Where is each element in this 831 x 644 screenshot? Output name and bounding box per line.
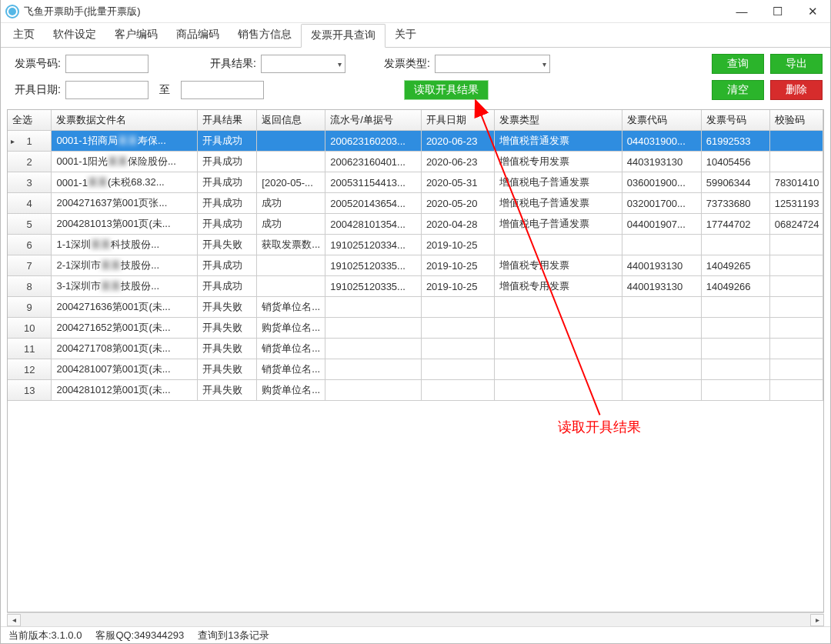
cell-return-msg[interactable] <box>257 255 325 276</box>
cell-code[interactable]: 4403193130 <box>622 152 702 172</box>
table-row[interactable]: 20001-1阳光某某保险股份...开具成功200623160401...202… <box>8 152 823 172</box>
cell-code[interactable]: 4400193130 <box>622 255 702 276</box>
cell-return-msg[interactable]: [2020-05-... <box>257 172 325 193</box>
cell-filename[interactable]: 2004271636第001页(未... <box>52 297 198 318</box>
cell-check[interactable] <box>770 131 823 152</box>
tab-settings[interactable]: 软件设定 <box>44 24 105 48</box>
cell-return-msg[interactable] <box>257 152 325 172</box>
cell-seq[interactable]: 200428101354... <box>325 214 422 235</box>
invoice-number-input[interactable] <box>65 55 149 73</box>
cell-date[interactable] <box>422 297 495 318</box>
cell-result[interactable]: 开具成功 <box>198 193 257 214</box>
tab-product[interactable]: 商品编码 <box>167 24 229 48</box>
col-code[interactable]: 发票代码 <box>622 110 702 131</box>
cell-result[interactable]: 开具成功 <box>198 255 257 276</box>
cell-date[interactable] <box>422 380 495 401</box>
cell-number[interactable]: 10405456 <box>702 152 770 172</box>
cell-type[interactable]: 增值税专用发票 <box>495 152 622 172</box>
cell-return-msg[interactable]: 成功 <box>257 193 325 214</box>
cell-return-msg[interactable]: 销货单位名... <box>257 359 325 380</box>
row-number[interactable]: 2 <box>8 152 52 172</box>
cell-number[interactable]: 59906344 <box>702 172 770 193</box>
cell-code[interactable]: 044001907... <box>622 214 702 235</box>
cell-code[interactable]: 032001700... <box>622 193 702 214</box>
cell-code[interactable]: 4400193130 <box>622 276 702 297</box>
cell-filename[interactable]: 2004281007第001页(未... <box>52 359 198 380</box>
col-check[interactable]: 校验码 <box>770 110 823 131</box>
row-number[interactable]: 12 <box>8 359 52 380</box>
table-row[interactable]: 61-1深圳某某科技股份...开具失败获取发票数...191025120334.… <box>8 235 823 255</box>
invoice-type-select[interactable]: ▾ <box>435 55 550 73</box>
cell-seq[interactable]: 200623160203... <box>325 131 422 152</box>
cell-type[interactable]: 增值税普通发票 <box>495 131 622 152</box>
cell-type[interactable]: 增值税专用发票 <box>495 276 622 297</box>
col-date[interactable]: 开具日期 <box>422 110 495 131</box>
cell-date[interactable] <box>422 318 495 339</box>
cell-number[interactable] <box>702 235 770 255</box>
cell-filename[interactable]: 2004271708第001页(未... <box>52 339 198 359</box>
table-row[interactable]: 72-1深圳市某某技股份...开具成功191025120335...2019-1… <box>8 255 823 276</box>
cell-filename[interactable]: 2004281012第001页(未... <box>52 380 198 401</box>
scroll-right-arrow[interactable]: ▸ <box>810 614 824 626</box>
cell-result[interactable]: 开具成功 <box>198 152 257 172</box>
row-number[interactable]: 4 <box>8 193 52 214</box>
cell-number[interactable]: 61992533 <box>702 131 770 152</box>
query-button[interactable]: 查询 <box>712 54 764 74</box>
cell-date[interactable]: 2020-05-31 <box>422 172 495 193</box>
cell-seq[interactable] <box>325 359 422 380</box>
scroll-track[interactable] <box>21 614 810 626</box>
cell-check[interactable] <box>770 339 823 359</box>
cell-code[interactable] <box>622 318 702 339</box>
cell-seq[interactable] <box>325 380 422 401</box>
cell-type[interactable]: 增值税电子普通发票 <box>495 214 622 235</box>
cell-filename[interactable]: 0001-1某某(未税68.32... <box>52 172 198 193</box>
date-from-input[interactable] <box>65 81 149 99</box>
cell-check[interactable]: 78301410 <box>770 172 823 193</box>
cell-return-msg[interactable]: 获取发票数... <box>257 235 325 255</box>
table-row[interactable]: 122004281007第001页(未...开具失败销货单位名... <box>8 359 823 380</box>
minimize-button[interactable]: — <box>724 0 759 22</box>
row-number[interactable]: 3 <box>8 172 52 193</box>
scroll-left-arrow[interactable]: ◂ <box>7 614 21 626</box>
cell-filename[interactable]: 2-1深圳市某某技股份... <box>52 255 198 276</box>
col-select-all[interactable]: 全选 <box>8 110 52 131</box>
cell-filename[interactable]: 2004281013第001页(未... <box>52 214 198 235</box>
table-row[interactable]: 102004271652第001页(未...开具失败购货单位名... <box>8 318 823 339</box>
cell-return-msg[interactable]: 销货单位名... <box>257 297 325 318</box>
cell-result[interactable]: 开具成功 <box>198 131 257 152</box>
maximize-button[interactable]: ☐ <box>759 0 795 22</box>
cell-number[interactable] <box>702 318 770 339</box>
row-number[interactable]: 7 <box>8 255 52 276</box>
cell-number[interactable] <box>702 339 770 359</box>
cell-check[interactable] <box>770 255 823 276</box>
cell-number[interactable]: 14049266 <box>702 276 770 297</box>
cell-date[interactable]: 2020-05-20 <box>422 193 495 214</box>
cell-filename[interactable]: 0001-1招商局某某寿保... <box>52 131 198 152</box>
cell-result[interactable]: 开具成功 <box>198 276 257 297</box>
cell-check[interactable] <box>770 152 823 172</box>
cell-date[interactable]: 2019-10-25 <box>422 255 495 276</box>
cell-result[interactable]: 开具成功 <box>198 172 257 193</box>
tab-customer[interactable]: 客户编码 <box>105 24 167 48</box>
cell-check[interactable] <box>770 297 823 318</box>
cell-check[interactable] <box>770 380 823 401</box>
cell-seq[interactable]: 191025120334... <box>325 235 422 255</box>
cell-type[interactable] <box>495 339 622 359</box>
cell-filename[interactable]: 0001-1阳光某某保险股份... <box>52 152 198 172</box>
cell-code[interactable] <box>622 235 702 255</box>
cell-seq[interactable] <box>325 318 422 339</box>
col-number[interactable]: 发票号码 <box>702 110 770 131</box>
tab-about[interactable]: 关于 <box>385 24 426 48</box>
cell-seq[interactable]: 200520143654... <box>325 193 422 214</box>
cell-type[interactable] <box>495 235 622 255</box>
cell-result[interactable]: 开具失败 <box>198 297 257 318</box>
cell-seq[interactable]: 191025120335... <box>325 276 422 297</box>
cell-check[interactable] <box>770 235 823 255</box>
close-button[interactable]: ✕ <box>795 0 830 22</box>
cell-return-msg[interactable] <box>257 276 325 297</box>
cell-date[interactable] <box>422 359 495 380</box>
row-number[interactable]: 6 <box>8 235 52 255</box>
cell-result[interactable]: 开具失败 <box>198 339 257 359</box>
cell-result[interactable]: 开具失败 <box>198 318 257 339</box>
cell-date[interactable]: 2019-10-25 <box>422 235 495 255</box>
